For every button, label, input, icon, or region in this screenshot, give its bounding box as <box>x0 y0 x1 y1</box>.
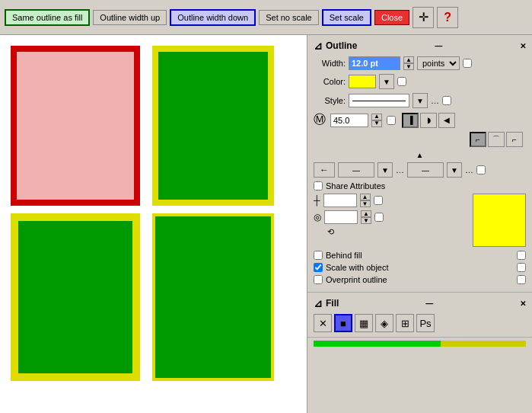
width-unit-select[interactable]: points px mm <box>417 56 460 70</box>
fill-flat-btn[interactable]: ■ <box>334 314 352 332</box>
set-no-scale-button[interactable]: Set no scale <box>259 10 319 25</box>
scroll-up-area: ▲ <box>314 151 526 159</box>
scale-with-object-checkbox[interactable] <box>314 263 323 272</box>
dash-dots: … <box>396 165 404 174</box>
rect-bottom-right[interactable] <box>152 213 274 381</box>
fill-section: ⊿ Fill — ✕ ✕ ■ ▦ ◈ ⊞ Ps <box>307 293 532 338</box>
share-attributes-label: Share Attributes <box>326 181 385 190</box>
status-bar <box>314 341 526 347</box>
overprint-outline-row: Overprint outline <box>314 275 526 284</box>
angle-input[interactable] <box>330 114 368 127</box>
overprint-outline-label: Overprint outline <box>326 275 387 284</box>
angle-checkbox[interactable] <box>387 116 396 125</box>
blur-input[interactable]: 0.0 <box>324 210 358 224</box>
color-preview-swatch <box>473 194 526 247</box>
set-scale-button[interactable]: Set scale <box>322 9 371 26</box>
scale-with-object-right-checkbox[interactable] <box>517 263 526 272</box>
cap-butt-btn[interactable]: ▐ <box>402 113 419 128</box>
share-attributes-checkbox[interactable] <box>314 181 323 190</box>
join-bevel-btn[interactable]: ⌐ <box>506 132 523 147</box>
style-row: Style: ▼ … <box>314 93 526 108</box>
behind-fill-row: Behind fill <box>314 251 526 260</box>
angle-spinner: ▲ ▼ <box>371 114 382 127</box>
fill-none-btn[interactable]: ✕ <box>314 314 332 332</box>
blur-spin-up[interactable]: ▲ <box>361 210 371 217</box>
angle-row: Ⓜ ▲ ▼ ▐ ◗ ◀ <box>314 112 526 128</box>
outline-collapse-icon[interactable]: ⊿ <box>314 40 323 52</box>
rect-top-right[interactable] <box>152 46 274 206</box>
fill-title: Fill <box>326 298 339 309</box>
scroll-up-icon[interactable]: ▲ <box>416 151 424 159</box>
style-checkbox[interactable] <box>442 96 451 105</box>
help-icon[interactable]: ? <box>437 7 458 28</box>
panel-close-icon[interactable]: ✕ <box>520 42 526 50</box>
width-row: Width: ▲ ▼ points px mm <box>314 56 526 70</box>
arrow-left-btn[interactable]: ← <box>314 162 335 178</box>
fill-minimize-icon[interactable]: — <box>425 299 433 308</box>
opacity-icon: ┼ <box>314 195 320 206</box>
fill-close-icon[interactable]: ✕ <box>520 299 526 308</box>
opacity-input[interactable]: 100 <box>323 194 357 207</box>
width-spin-up[interactable]: ▲ <box>403 56 414 63</box>
width-spin-down[interactable]: ▼ <box>403 63 414 70</box>
cap-round-btn[interactable]: ◗ <box>420 113 437 128</box>
blur-row: ◎ 0.0 ▲ ▼ <box>314 210 384 224</box>
dash-dropdown-right[interactable]: ▼ <box>447 162 462 178</box>
color-swatch[interactable] <box>349 75 376 88</box>
blur-icon: ◎ <box>314 212 321 223</box>
angle-icon: Ⓜ <box>314 112 326 128</box>
opacity-spin-down[interactable]: ▼ <box>360 200 371 207</box>
join-round-btn[interactable]: ⌒ <box>488 132 505 147</box>
outline-width-up-button[interactable]: Outline width up <box>93 10 167 25</box>
dash-select-right[interactable]: — <box>407 162 444 178</box>
dash-dropdown-left[interactable]: ▼ <box>377 162 393 178</box>
rect-top-left[interactable] <box>11 46 140 206</box>
color-row: Color: ▼ <box>314 74 526 89</box>
fill-pattern-btn[interactable]: ⊞ <box>396 314 414 332</box>
style-edit-icon[interactable]: … <box>431 96 439 105</box>
fill-collapse-icon[interactable]: ⊿ <box>314 297 323 309</box>
fill-linear-btn[interactable]: ▦ <box>355 314 373 332</box>
join-grid: ⌐ ⌒ ⌐ <box>470 132 523 147</box>
reset-icon[interactable]: ⟲ <box>327 227 384 237</box>
color-dropdown-btn[interactable]: ▼ <box>379 74 394 89</box>
blur-checkbox[interactable] <box>374 213 384 222</box>
fill-radial-btn[interactable]: ◈ <box>375 314 393 332</box>
outline-panel: ⊿ Outline — ✕ Width: ▲ ▼ points px mm <box>307 35 532 413</box>
arrow-checkbox[interactable] <box>476 165 486 174</box>
opacity-spin-up[interactable]: ▲ <box>360 194 371 200</box>
blur-spin-down[interactable]: ▼ <box>361 217 371 224</box>
crosshair-icon[interactable]: ✛ <box>413 7 434 28</box>
outline-title: Outline <box>326 40 357 51</box>
outline-header: ⊿ Outline — ✕ <box>314 40 526 52</box>
style-preview[interactable] <box>349 94 409 107</box>
panel-minimize-icon[interactable]: — <box>435 42 442 50</box>
arrow-dash-row: ← — ▼ … — ▼ … <box>314 162 526 178</box>
style-dropdown-btn[interactable]: ▼ <box>413 93 428 108</box>
style-label: Style: <box>314 96 346 105</box>
width-label: Width: <box>314 59 346 68</box>
rect-bottom-left-outer[interactable] <box>11 213 140 381</box>
fill-ps-btn[interactable]: Ps <box>416 314 435 332</box>
width-input[interactable] <box>349 56 400 70</box>
cap-square-btn[interactable]: ◀ <box>438 113 455 128</box>
angle-spin-down[interactable]: ▼ <box>371 120 382 127</box>
scale-with-object-row: Scale with object <box>314 263 526 272</box>
width-checkbox[interactable] <box>463 59 472 68</box>
behind-fill-right-checkbox[interactable] <box>517 251 526 260</box>
opacity-blur-col: ┼ 100 ▲ ▼ ◎ 0.0 ▲ ▼ <box>314 194 384 237</box>
overprint-outline-right-checkbox[interactable] <box>517 275 526 284</box>
dash-select-left[interactable]: — <box>338 162 374 178</box>
close-button[interactable]: Close <box>374 10 409 25</box>
behind-fill-checkbox[interactable] <box>314 251 323 260</box>
color-checkbox[interactable] <box>397 77 406 86</box>
rect-bottom-left-inner <box>18 221 132 373</box>
overprint-outline-checkbox[interactable] <box>314 275 323 284</box>
opacity-preview-row: ┼ 100 ▲ ▼ ◎ 0.0 ▲ ▼ <box>314 194 526 247</box>
join-miter-btn[interactable]: ⌐ <box>470 132 486 147</box>
main-area: ⊿ Outline — ✕ Width: ▲ ▼ points px mm <box>0 35 532 413</box>
same-outline-button[interactable]: Same outline as fill <box>5 9 90 26</box>
outline-width-down-button[interactable]: Outline width down <box>170 9 256 26</box>
opacity-checkbox[interactable] <box>374 196 383 205</box>
dash-dots-2: … <box>465 165 473 174</box>
